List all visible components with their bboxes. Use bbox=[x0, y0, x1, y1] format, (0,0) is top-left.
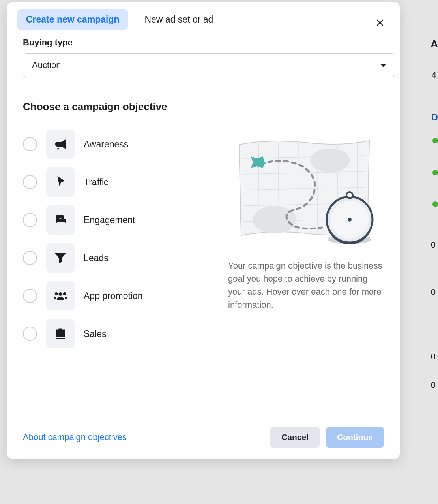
radio-engagement[interactable] bbox=[23, 213, 37, 227]
info-text: Your campaign objective is the business … bbox=[228, 259, 384, 311]
svg-point-12 bbox=[310, 149, 350, 172]
bg-value-zero-1: 0 bbox=[431, 240, 436, 250]
radio-app-promotion[interactable] bbox=[23, 289, 37, 303]
cancel-button[interactable]: Cancel bbox=[270, 427, 320, 448]
bg-value: 4 bbox=[432, 70, 436, 80]
map-compass-illustration bbox=[235, 137, 377, 247]
create-campaign-modal: Create new campaign New ad set or ad Buy… bbox=[7, 2, 400, 459]
radio-leads[interactable] bbox=[23, 251, 37, 265]
status-dot-icon bbox=[432, 170, 438, 175]
megaphone-icon bbox=[46, 130, 75, 159]
tab-create-new-campaign[interactable]: Create new campaign bbox=[17, 9, 128, 30]
objective-section-title: Choose a campaign objective bbox=[23, 101, 384, 113]
people-icon bbox=[46, 281, 75, 310]
svg-point-18 bbox=[348, 218, 352, 222]
about-objectives-link[interactable]: About campaign objectives bbox=[23, 432, 127, 442]
modal-footer: About campaign objectives Cancel Continu… bbox=[7, 419, 400, 459]
objective-label: Sales bbox=[84, 329, 107, 339]
continue-button[interactable]: Continue bbox=[326, 427, 384, 448]
objective-content-row: Awareness Traffic Engagement bbox=[23, 129, 384, 356]
bg-value-zero-4: 0 bbox=[431, 380, 436, 390]
objective-label: Awareness bbox=[84, 139, 128, 150]
objective-sales[interactable]: Sales bbox=[23, 318, 212, 349]
objective-leads[interactable]: Leads bbox=[23, 243, 212, 273]
radio-sales[interactable] bbox=[23, 327, 37, 341]
status-dot-icon bbox=[432, 138, 438, 143]
objective-label: Traffic bbox=[84, 177, 109, 188]
objectives-list: Awareness Traffic Engagement bbox=[23, 129, 212, 356]
svg-point-17 bbox=[346, 192, 353, 198]
objective-traffic[interactable]: Traffic bbox=[23, 167, 212, 197]
bg-col-header-d: D bbox=[431, 112, 438, 123]
bg-value-zero-3: 0 bbox=[431, 352, 436, 362]
buying-type-label: Buying type bbox=[23, 38, 384, 48]
close-button[interactable] bbox=[374, 16, 386, 28]
tab-new-ad-set[interactable]: New ad set or ad bbox=[136, 9, 222, 30]
close-icon bbox=[375, 17, 385, 27]
bg-value-zero-2: 0 bbox=[431, 287, 436, 297]
buying-type-select[interactable]: Auction bbox=[23, 53, 395, 77]
objective-label: Engagement bbox=[84, 215, 135, 226]
modal-body: Buying type Auction Choose a campaign ob… bbox=[7, 34, 400, 419]
cursor-icon bbox=[46, 167, 75, 197]
status-dot-icon bbox=[432, 201, 438, 207]
bg-col-header: A bbox=[431, 38, 438, 50]
svg-point-11 bbox=[253, 206, 296, 233]
radio-awareness[interactable] bbox=[23, 137, 37, 151]
chat-icon bbox=[46, 205, 75, 235]
footer-buttons: Cancel Continue bbox=[270, 427, 384, 448]
objective-label: App promotion bbox=[84, 291, 143, 301]
objective-label: Leads bbox=[84, 253, 109, 263]
info-panel: Your campaign objective is the business … bbox=[228, 129, 384, 356]
buying-type-value: Auction bbox=[32, 60, 61, 70]
briefcase-icon bbox=[46, 319, 75, 348]
modal-header: Create new campaign New ad set or ad bbox=[7, 2, 400, 34]
objective-app-promotion[interactable]: App promotion bbox=[23, 280, 212, 311]
chevron-down-icon bbox=[380, 64, 386, 67]
objective-awareness[interactable]: Awareness bbox=[23, 129, 212, 160]
radio-traffic[interactable] bbox=[23, 175, 37, 189]
objective-engagement[interactable]: Engagement bbox=[23, 205, 212, 235]
funnel-icon bbox=[46, 243, 75, 273]
